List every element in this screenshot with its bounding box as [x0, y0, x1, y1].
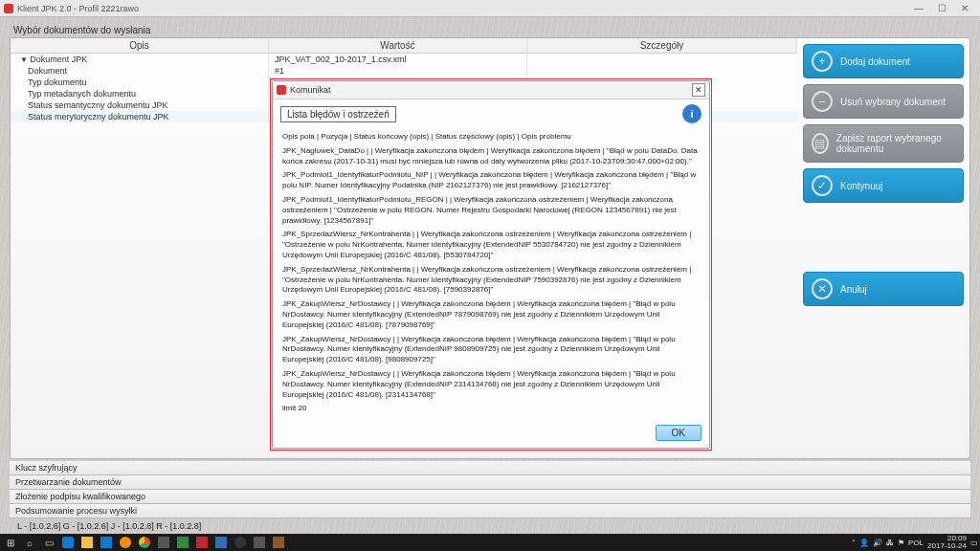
window-close-button[interactable]: ✕: [953, 3, 976, 13]
taskbar-app-edge[interactable]: [59, 536, 77, 549]
dialog-ok-button[interactable]: OK: [656, 425, 702, 441]
info-icon: i: [682, 104, 702, 123]
grid-header: Opis Wartość Szczegóły: [11, 38, 797, 54]
limit-line: limit 20: [282, 404, 700, 414]
message-dialog: Komunikat ✕ Lista błędów i ostrzeżeń i O…: [272, 80, 710, 449]
section-label: Wybór dokumentów do wysłania: [10, 23, 970, 37]
tray-date: 2017-10-24: [927, 542, 967, 550]
tray-volume-icon[interactable]: 🔊: [873, 539, 882, 547]
save-report-button[interactable]: ▤ Zapisz raport wybranego dokumentu: [803, 124, 964, 163]
tray-notifications-icon[interactable]: ▭: [970, 539, 978, 547]
minus-icon: –: [812, 91, 833, 112]
error-line: JPK_SprzedazWiersz_NrKontrahenta | | Wer…: [282, 265, 700, 296]
status-line: L - [1.0.2.6] G - [1.0.2.6] J - [1.0.2.8…: [10, 518, 970, 534]
tree-cell-opis: Dokument: [11, 65, 269, 77]
tray-clock[interactable]: 20:09 2017-10-24: [927, 535, 967, 550]
tree-row[interactable]: Dokument #1: [11, 65, 797, 77]
save-report-label: Zapisz raport wybranego dokumentu: [836, 133, 955, 154]
taskbar-app-store[interactable]: [98, 536, 115, 549]
tray-chevron-icon[interactable]: ˄: [852, 539, 856, 547]
task-view-icon[interactable]: ▭: [40, 536, 57, 549]
step-processing[interactable]: Przetwarzanie dokumentów: [10, 475, 970, 490]
dialog-heading: Lista błędów i ostrzeżeń: [280, 106, 396, 122]
window-minimize-button[interactable]: —: [907, 3, 930, 13]
dialog-title: Komunikat: [290, 85, 331, 95]
tray-language[interactable]: POL: [908, 539, 924, 547]
tray-flag-icon[interactable]: ⚑: [898, 539, 904, 547]
dialog-body: Opis pola | Pozycja | Status końcowy (op…: [273, 128, 709, 420]
taskbar-app-chrome[interactable]: [136, 536, 153, 549]
system-tray[interactable]: ˄ 👤 🔊 🖧 ⚑ POL 20:09 2017-10-24 ▭: [852, 535, 978, 550]
wizard-steps: Klucz szyfrujący Przetwarzanie dokumentó…: [10, 461, 970, 518]
col-header-wartosc[interactable]: Wartość: [269, 38, 527, 53]
dialog-icon: [277, 85, 286, 95]
taskbar-app-firefox[interactable]: [117, 536, 134, 549]
step-summary[interactable]: Podsumowanie procesu wysyłki: [10, 504, 970, 518]
document-icon: ▤: [812, 133, 829, 154]
action-sidebar: + Dodaj dokument – Usuń wybrany dokument…: [797, 38, 969, 458]
col-header-opis[interactable]: Opis: [11, 38, 269, 53]
tree-cell-wartosc: #1: [269, 65, 527, 77]
window-maximize-button[interactable]: ☐: [930, 3, 953, 13]
error-line: JPK_Naglowek_DataDo | | Weryfikacja zako…: [282, 146, 700, 167]
start-button[interactable]: ⊞: [2, 536, 19, 549]
search-icon[interactable]: ⌕: [21, 536, 38, 549]
continue-button[interactable]: ✓ Kontynuuj: [803, 168, 964, 203]
taskbar-app[interactable]: [270, 536, 287, 549]
continue-label: Kontynuuj: [840, 181, 882, 191]
cancel-label: Anuluj: [840, 284, 867, 295]
error-line: JPK_ZakupWiersz_NrDostawcy | | Weryfikac…: [282, 335, 700, 365]
plus-icon: +: [812, 51, 833, 72]
remove-document-label: Usuń wybrany dokument: [840, 97, 946, 107]
taskbar-app-explorer[interactable]: [78, 536, 96, 549]
cancel-icon: ✕: [812, 278, 833, 299]
remove-document-button[interactable]: – Usuń wybrany dokument: [803, 84, 964, 119]
tree-cell-opis: Status merytoryczny dokumentu JPK: [11, 111, 269, 122]
app-icon: [4, 4, 13, 13]
cancel-button[interactable]: ✕ Anuluj: [803, 272, 964, 306]
windows-taskbar: ⊞ ⌕ ▭ ˄ 👤 🔊 🖧 ⚑ POL 20:09 2017-10-24 ▭: [0, 534, 980, 551]
taskbar-app-calc[interactable]: [212, 536, 230, 549]
taskbar-app[interactable]: [155, 536, 172, 549]
taskbar-app-download[interactable]: [174, 536, 191, 549]
add-document-button[interactable]: + Dodaj dokument: [803, 44, 964, 78]
dialog-close-button[interactable]: ✕: [692, 83, 705, 97]
taskbar-app[interactable]: [251, 536, 268, 549]
step-key[interactable]: Klucz szyfrujący: [10, 461, 970, 475]
dialog-titlebar: Komunikat ✕: [273, 81, 709, 99]
message-dialog-wrapper: Komunikat ✕ Lista błędów i ostrzeżeń i O…: [270, 78, 712, 451]
error-line: JPK_Podmiot1_IdentyfikatorPodmiotu_REGON…: [282, 195, 700, 226]
taskbar-app-pdf[interactable]: [193, 536, 211, 549]
error-line: JPK_ZakupWiersz_NrDostawcy | | Weryfikac…: [282, 369, 700, 400]
error-line: JPK_Podmiot1_IdentyfikatorPodmiotu_NIP |…: [282, 170, 700, 191]
tray-network-icon[interactable]: 🖧: [886, 539, 894, 547]
check-icon: ✓: [812, 175, 833, 196]
tree-cell-opis: Dokument JPK: [11, 54, 269, 65]
taskbar-app[interactable]: [232, 536, 249, 549]
error-line: JPK_ZakupWiersz_NrDostawcy | | Weryfikac…: [282, 299, 700, 330]
window-titlebar: Klient JPK 2.0 - Profil 2221rawo — ☐ ✕: [0, 0, 980, 17]
tray-people-icon[interactable]: 👤: [859, 539, 869, 547]
dialog-columns-line: Opis pola | Pozycja | Status końcowy (op…: [282, 132, 700, 143]
tree-cell-opis: Status semantyczny dokumentu JPK: [11, 99, 269, 111]
col-header-szczegoly[interactable]: Szczegóły: [527, 38, 797, 53]
tree-cell-opis: Typ metadanych dokumentu: [11, 88, 269, 99]
step-signature[interactable]: Złożenie podpisu kwalifikowanego: [10, 490, 970, 504]
error-line: JPK_SprzedazWiersz_NrKontrahenta | | Wer…: [282, 230, 700, 260]
add-document-label: Dodaj dokument: [840, 56, 910, 67]
tree-cell-opis: Typ dokumentu: [11, 77, 269, 88]
tree-cell-wartosc: JPK_VAT_002_10-2017_1.csv.xml: [269, 54, 527, 65]
window-title: Klient JPK 2.0 - Profil 2221rawo: [17, 4, 139, 13]
tree-row-root[interactable]: Dokument JPK JPK_VAT_002_10-2017_1.csv.x…: [11, 54, 797, 65]
